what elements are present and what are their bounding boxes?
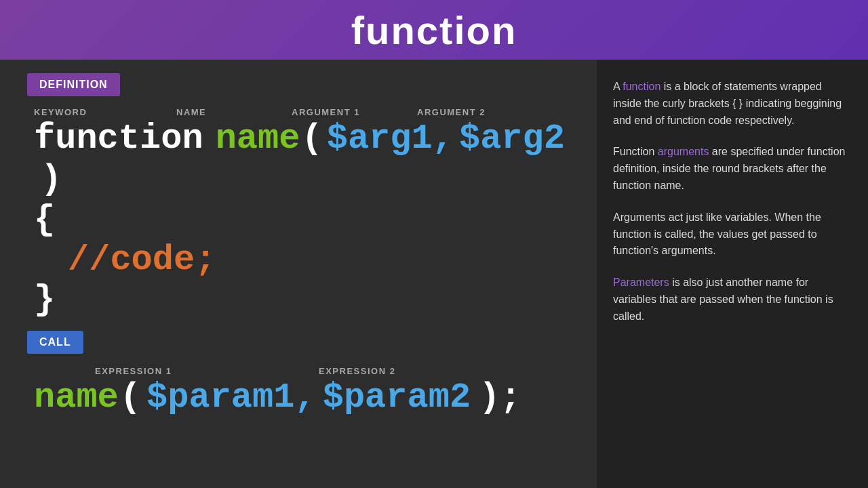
definition-body: { //code; } [27, 200, 570, 320]
param2-token: $param2 [323, 378, 471, 418]
header-title: function [351, 7, 517, 53]
para2-before: Function [613, 146, 658, 157]
right-panel: A function is a block of statements wrap… [597, 60, 868, 488]
param1-token: $param1, [146, 378, 316, 418]
close-paren-token: ) [41, 159, 62, 200]
main-content: DEFINITION KEYWORD NAME ARGUMENT 1 ARGUM… [0, 60, 868, 488]
label-arg1: ARGUMENT 1 [292, 107, 417, 117]
call-close-token: ); [479, 378, 521, 418]
call-code-line: name ( $param1, $param2 ); [27, 378, 570, 418]
open-paren-token: ( [301, 119, 322, 159]
definition-labels: KEYWORD NAME ARGUMENT 1 ARGUMENT 2 [27, 107, 570, 117]
label-expr1: EXPRESSION 1 [95, 366, 278, 376]
label-arg2: ARGUMENT 2 [417, 107, 526, 117]
para2-highlight: arguments [658, 146, 709, 157]
name-token: name [216, 119, 300, 159]
open-brace-token: { [34, 200, 570, 240]
keyword-token: function [34, 119, 203, 159]
para-parameters-def: Parameters is also just another name for… [613, 274, 852, 325]
comment-token: //code; [68, 240, 216, 280]
code-comment-line: //code; [34, 240, 570, 280]
arg1-token: $arg1, [327, 119, 454, 159]
definition-code-line: function name ( $arg1, $arg2 ) [27, 119, 570, 200]
call-badge: CALL [27, 331, 570, 361]
para4-highlight: Parameters [613, 277, 669, 288]
left-panel: DEFINITION KEYWORD NAME ARGUMENT 1 ARGUM… [0, 60, 597, 488]
arg2-token: $arg2 [459, 119, 565, 159]
header: function [0, 0, 868, 60]
call-labels: EXPRESSION 1 EXPRESSION 2 [27, 366, 570, 376]
para1-highlight: function [623, 81, 660, 92]
label-expr2: EXPRESSION 2 [319, 366, 454, 376]
call-name-token: name [34, 378, 119, 418]
para1-before: A [613, 81, 623, 92]
para-function-def: A function is a block of statements wrap… [613, 79, 852, 129]
call-open-paren-token: ( [120, 378, 141, 418]
label-keyword: KEYWORD [34, 107, 176, 117]
close-brace-token: } [34, 280, 570, 320]
para-arguments-act: Arguments act just like variables. When … [613, 209, 852, 260]
definition-badge: DEFINITION [27, 73, 570, 103]
label-name: NAME [176, 107, 292, 117]
para-arguments-def: Function arguments are specified under f… [613, 144, 852, 194]
